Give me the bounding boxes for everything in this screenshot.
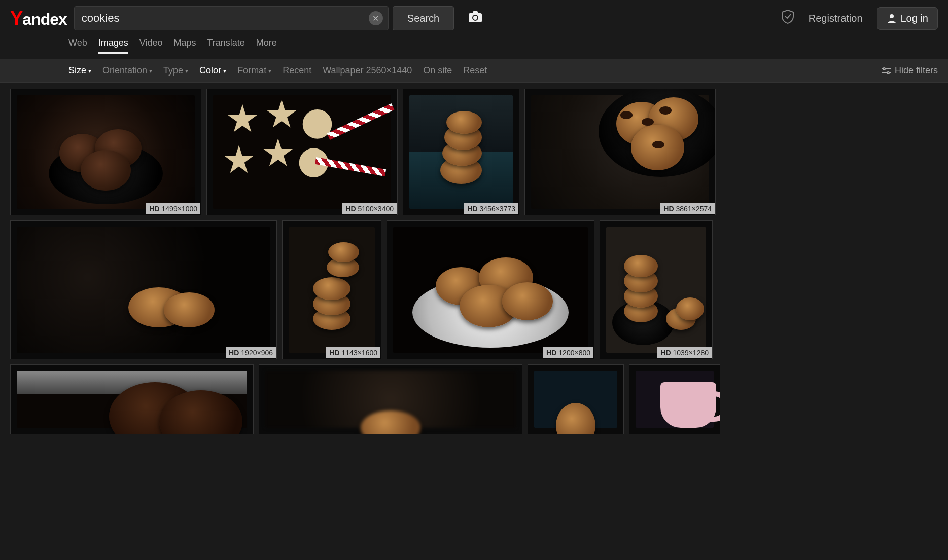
- dimensions-badge: HD1200×800: [543, 347, 593, 358]
- svg-point-4: [890, 14, 894, 18]
- result-tile[interactable]: HD5100×3400: [206, 89, 398, 215]
- filter-reset[interactable]: Reset: [463, 65, 487, 76]
- svg-point-3: [473, 16, 477, 20]
- header-right: Registration Log in: [781, 7, 938, 30]
- login-label: Log in: [901, 13, 929, 24]
- tab-translate[interactable]: Translate: [207, 38, 244, 54]
- result-tile[interactable]: [259, 364, 522, 434]
- result-tile[interactable]: HD1200×800: [387, 220, 594, 359]
- clear-search-icon[interactable]: ✕: [369, 11, 383, 25]
- filter-type[interactable]: Type▾: [163, 65, 188, 76]
- result-tile[interactable]: [528, 364, 624, 434]
- result-tile[interactable]: HD1920×906: [10, 220, 277, 359]
- chevron-down-icon: ▾: [223, 67, 226, 74]
- tab-video[interactable]: Video: [139, 38, 163, 54]
- logo[interactable]: Yandex: [10, 8, 67, 29]
- chevron-down-icon: ▾: [88, 67, 91, 74]
- result-tile[interactable]: HD3861×2574: [524, 89, 716, 215]
- result-tile[interactable]: HD1499×1000: [10, 89, 201, 215]
- chevron-down-icon: ▾: [268, 67, 271, 74]
- tab-images[interactable]: Images: [98, 38, 128, 54]
- result-row: HD1499×1000 HD5100×3400 HD3456×3: [10, 89, 938, 215]
- dimensions-badge: HD3456×3773: [464, 203, 518, 214]
- svg-rect-1: [473, 11, 478, 14]
- chevron-down-icon: ▾: [185, 67, 188, 74]
- result-tile[interactable]: [10, 364, 254, 434]
- search-box: ✕: [74, 6, 389, 30]
- search-wrap: ✕ Search: [74, 6, 482, 30]
- result-tile[interactable]: HD3456×3773: [403, 89, 519, 215]
- login-button[interactable]: Log in: [877, 7, 938, 30]
- result-tile[interactable]: [629, 364, 720, 434]
- user-icon: [887, 13, 897, 23]
- dimensions-badge: HD1143×1600: [326, 347, 380, 358]
- result-tile[interactable]: HD1039×1280: [600, 220, 713, 359]
- camera-icon[interactable]: [468, 11, 482, 26]
- dimensions-badge: HD1920×906: [226, 347, 276, 358]
- tab-more[interactable]: More: [256, 38, 277, 54]
- nav-tabs: Web Images Video Maps Translate More: [0, 30, 948, 59]
- filter-onsite[interactable]: On site: [423, 65, 452, 76]
- logo-rest: andex: [22, 10, 66, 29]
- filter-orientation[interactable]: Orientation▾: [102, 65, 152, 76]
- result-row: HD1920×906 HD1143×1600 HD1200×800: [10, 220, 938, 359]
- dimensions-badge: HD1039×1280: [657, 347, 712, 358]
- hide-filters-button[interactable]: Hide filters: [882, 65, 938, 76]
- filter-color[interactable]: Color▾: [199, 65, 226, 76]
- search-input[interactable]: [75, 12, 369, 25]
- shield-icon[interactable]: [781, 9, 794, 27]
- registration-link[interactable]: Registration: [809, 13, 863, 24]
- dimensions-badge: HD1499×1000: [146, 203, 200, 214]
- result-row: [10, 364, 938, 434]
- results-grid: HD1499×1000 HD5100×3400 HD3456×3: [0, 83, 948, 445]
- header: Yandex ✕ Search Registration Log in: [0, 0, 948, 30]
- filter-size[interactable]: Size▾: [68, 65, 91, 76]
- filters-bar: Size▾ Orientation▾ Type▾ Color▾ Format▾ …: [0, 59, 948, 83]
- sliders-icon: [882, 67, 891, 74]
- filter-wallpaper[interactable]: Wallpaper 2560×1440: [323, 65, 412, 76]
- tab-maps[interactable]: Maps: [173, 38, 196, 54]
- logo-first-letter: Y: [10, 8, 22, 29]
- dimensions-badge: HD3861×2574: [660, 203, 715, 214]
- tab-web[interactable]: Web: [68, 38, 87, 54]
- search-button[interactable]: Search: [393, 6, 454, 30]
- result-tile[interactable]: HD1143×1600: [282, 220, 381, 359]
- svg-point-7: [883, 68, 885, 70]
- filter-recent[interactable]: Recent: [283, 65, 311, 76]
- chevron-down-icon: ▾: [149, 67, 152, 74]
- dimensions-badge: HD5100×3400: [342, 203, 397, 214]
- filter-format[interactable]: Format▾: [237, 65, 271, 76]
- svg-point-8: [887, 72, 889, 74]
